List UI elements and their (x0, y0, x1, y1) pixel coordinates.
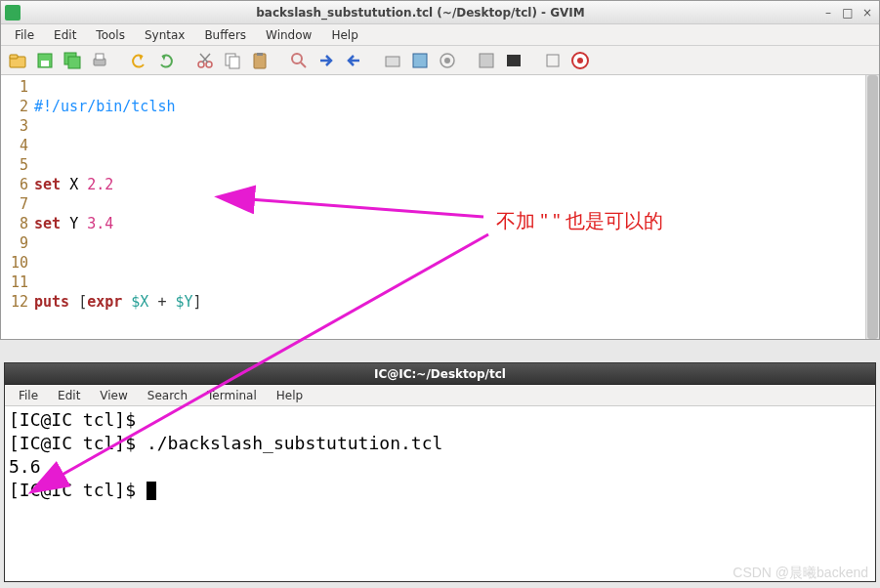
next-icon[interactable] (314, 48, 339, 73)
svg-point-26 (577, 58, 583, 63)
code-l3-val: 2.2 (87, 176, 113, 193)
gvim-window: backslash_substutution.tcl (~/Desktop/tc… (0, 0, 880, 340)
copy-icon[interactable] (220, 48, 245, 73)
session-save-icon[interactable] (407, 48, 433, 73)
svg-rect-24 (547, 55, 559, 66)
code-area[interactable]: #!/usr/bin/tclsh set X 2.2 set Y 3.4 put… (34, 75, 865, 339)
svg-rect-19 (413, 54, 427, 67)
redo-icon[interactable] (153, 48, 179, 73)
gvim-editor[interactable]: 1 2 3 4 5 6 7 8 9 10 11 12 #!/usr/bin/tc… (1, 75, 879, 339)
terminal-title: IC@IC:~/Desktop/tcl (5, 367, 875, 381)
terminal-cursor (147, 482, 156, 500)
code-l6-br1: [ (78, 293, 87, 311)
svg-rect-13 (230, 57, 239, 68)
vim-icon (5, 5, 21, 21)
gvim-titlebar[interactable]: backslash_substutution.tcl (~/Desktop/tc… (1, 1, 879, 24)
menu-file[interactable]: File (5, 26, 44, 44)
menu-syntax[interactable]: Syntax (135, 26, 194, 44)
find-icon[interactable] (286, 48, 312, 73)
code-l3-kw: set (34, 176, 61, 193)
svg-rect-18 (386, 57, 399, 66)
editor-scrollbar[interactable] (865, 75, 879, 339)
cut-icon[interactable] (192, 48, 218, 73)
undo-icon[interactable] (126, 48, 151, 73)
menu-help[interactable]: Help (321, 26, 367, 44)
code-l6-op: + (157, 293, 166, 311)
run-icon[interactable] (435, 48, 460, 73)
code-l6-var1: $X (131, 293, 148, 311)
code-l6-kw: puts (34, 293, 69, 311)
gvim-menubar: File Edit Tools Syntax Buffers Window He… (1, 24, 879, 46)
line-num: 2 (1, 97, 28, 116)
svg-rect-14 (254, 54, 266, 68)
svg-point-9 (206, 62, 212, 67)
line-num: 8 (1, 214, 28, 233)
svg-rect-7 (96, 54, 104, 60)
term-line: [IC@IC tcl]$ (9, 408, 871, 432)
svg-point-8 (198, 62, 204, 67)
code-l6-kw2: expr (87, 293, 122, 311)
line-gutter: 1 2 3 4 5 6 7 8 9 10 11 12 (1, 75, 34, 339)
prev-icon[interactable] (341, 48, 366, 73)
terminal-window: IC@IC:~/Desktop/tcl File Edit View Searc… (4, 362, 876, 582)
svg-point-21 (444, 58, 450, 63)
open-icon[interactable] (5, 48, 30, 73)
terminal-titlebar[interactable]: IC@IC:~/Desktop/tcl (5, 363, 875, 385)
gvim-title: backslash_substutution.tcl (~/Desktop/tc… (24, 6, 817, 20)
term-menu-search[interactable]: Search (138, 387, 197, 404)
line-num: 10 (1, 253, 28, 273)
watermark: CSDN @晨曦backend (733, 565, 868, 582)
menu-edit[interactable]: Edit (44, 26, 86, 44)
term-line: [IC@IC tcl]$ ./backslash_substutution.tc… (9, 432, 871, 455)
svg-rect-1 (10, 55, 18, 59)
scrollbar-thumb[interactable] (867, 75, 878, 339)
menu-window[interactable]: Window (256, 26, 321, 44)
term-menu-file[interactable]: File (9, 387, 48, 404)
svg-point-16 (292, 54, 302, 63)
menu-buffers[interactable]: Buffers (194, 26, 256, 44)
gvim-toolbar (1, 46, 879, 75)
save-icon[interactable] (32, 48, 58, 73)
line-num: 3 (1, 116, 28, 136)
term-menu-help[interactable]: Help (267, 387, 313, 404)
line-num: 5 (1, 155, 28, 175)
session-load-icon[interactable] (380, 48, 405, 73)
terminal-body[interactable]: [IC@IC tcl]$[IC@IC tcl]$ ./backslash_sub… (5, 406, 875, 580)
code-l4-val: 3.4 (87, 215, 113, 232)
line-num: 4 (1, 136, 28, 155)
line-num: 11 (1, 273, 28, 292)
code-l6-var2: $Y (176, 293, 193, 311)
shell-icon[interactable] (501, 48, 526, 73)
terminal-menubar: File Edit View Search Terminal Help (5, 385, 875, 406)
print-icon[interactable] (87, 48, 112, 73)
menu-tools[interactable]: Tools (86, 26, 135, 44)
line-num: 12 (1, 292, 28, 312)
annotation-text: 不加 " " 也是可以的 (496, 208, 663, 234)
maximize-icon[interactable]: □ (840, 5, 856, 21)
code-l4-kw: set (34, 215, 61, 232)
svg-line-17 (301, 63, 306, 67)
help-icon[interactable] (567, 48, 593, 73)
paste-icon[interactable] (247, 48, 272, 73)
line-num: 7 (1, 194, 28, 214)
svg-rect-23 (507, 55, 521, 66)
svg-rect-5 (68, 57, 80, 68)
term-menu-view[interactable]: View (90, 387, 137, 404)
svg-rect-15 (257, 53, 263, 56)
code-l1: #!/usr/bin/tclsh (34, 98, 176, 115)
line-num: 1 (1, 77, 28, 97)
line-num: 9 (1, 233, 28, 253)
minimize-icon[interactable]: – (820, 5, 836, 21)
term-menu-edit[interactable]: Edit (48, 387, 90, 404)
svg-rect-22 (480, 54, 493, 67)
tags-icon[interactable] (540, 48, 566, 73)
saveall-icon[interactable] (60, 48, 85, 73)
svg-rect-3 (41, 61, 49, 66)
close-icon[interactable]: × (859, 5, 875, 21)
code-l4-id: Y (69, 215, 78, 232)
make-icon[interactable] (474, 48, 499, 73)
code-l6-br2: ] (193, 293, 202, 311)
term-menu-terminal[interactable]: Terminal (197, 387, 267, 404)
term-line: 5.6 (9, 455, 871, 479)
code-l3-id: X (69, 176, 78, 193)
